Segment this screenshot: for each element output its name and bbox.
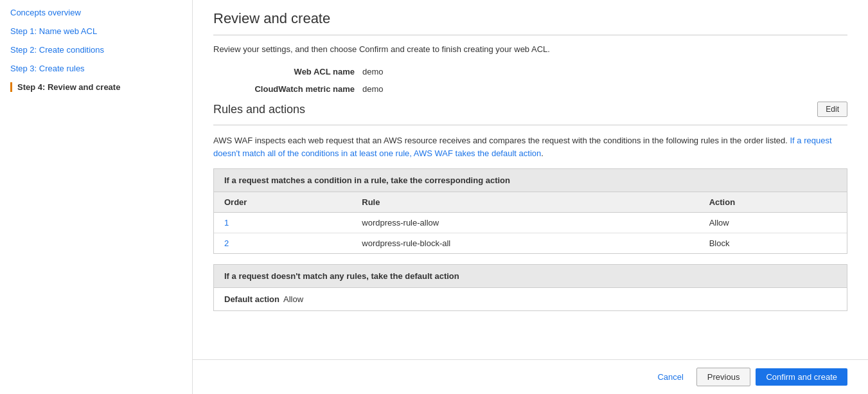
default-action-row: Default actionAllow <box>214 288 847 310</box>
page-description: Review your settings, and then choose Co… <box>213 44 847 54</box>
col-rule: Rule <box>351 192 698 213</box>
rule-order: 1 <box>214 213 351 233</box>
sidebar-concepts-overview[interactable]: Concepts overview <box>10 8 182 17</box>
sidebar: Concepts overview Step 1: Name web ACL S… <box>0 0 193 394</box>
sidebar-step1[interactable]: Step 1: Name web ACL <box>10 26 182 36</box>
web-acl-row: Web ACL name demo <box>213 67 847 76</box>
rules-table-container: If a request matches a condition in a ru… <box>213 168 847 254</box>
rule-name: wordpress-rule-allow <box>351 213 698 233</box>
rules-section-header: Rules and actions Edit <box>213 102 847 117</box>
rules-table-header: If a request matches a condition in a ru… <box>214 169 847 192</box>
web-acl-value: demo <box>362 67 384 76</box>
confirm-create-button[interactable]: Confirm and create <box>756 368 847 386</box>
waf-desc-part1: AWS WAF inspects each web request that a… <box>213 136 790 145</box>
col-order: Order <box>214 192 351 213</box>
cloudwatch-label: CloudWatch metric name <box>213 84 355 94</box>
default-action-container: If a request doesn't match any rules, ta… <box>213 264 847 311</box>
main-content: Review and create Review your settings, … <box>193 0 868 394</box>
previous-button[interactable]: Previous <box>696 368 751 386</box>
page-title: Review and create <box>213 10 847 27</box>
rules-divider <box>213 125 847 125</box>
footer: Cancel Previous Confirm and create <box>193 359 868 394</box>
table-row: 1 wordpress-rule-allow Allow <box>214 213 847 233</box>
col-action: Action <box>699 192 847 213</box>
title-divider <box>213 35 847 35</box>
sidebar-step3[interactable]: Step 3: Create rules <box>10 64 182 73</box>
default-action-label: Default action <box>224 294 279 304</box>
waf-description: AWS WAF inspects each web request that a… <box>213 134 847 159</box>
rules-table: Order Rule Action 1 wordpress-rule-allow… <box>214 192 847 253</box>
rule-action: Block <box>699 233 847 254</box>
rule-name: wordpress-rule-block-all <box>351 233 698 254</box>
default-action-value: Allow <box>283 294 303 304</box>
cloudwatch-value: demo <box>362 84 384 94</box>
edit-button[interactable]: Edit <box>817 102 847 117</box>
table-row: 2 wordpress-rule-block-all Block <box>214 233 847 254</box>
rules-section-title: Rules and actions <box>213 103 305 116</box>
default-action-header: If a request doesn't match any rules, ta… <box>214 265 847 288</box>
cloudwatch-row: CloudWatch metric name demo <box>213 84 847 94</box>
cancel-button[interactable]: Cancel <box>650 368 691 386</box>
rule-action: Allow <box>699 213 847 233</box>
sidebar-step2[interactable]: Step 2: Create conditions <box>10 45 182 55</box>
sidebar-step4-active: Step 4: Review and create <box>10 82 182 92</box>
waf-desc-part2: . <box>541 148 544 158</box>
web-acl-label: Web ACL name <box>213 67 355 76</box>
rule-order: 2 <box>214 233 351 254</box>
